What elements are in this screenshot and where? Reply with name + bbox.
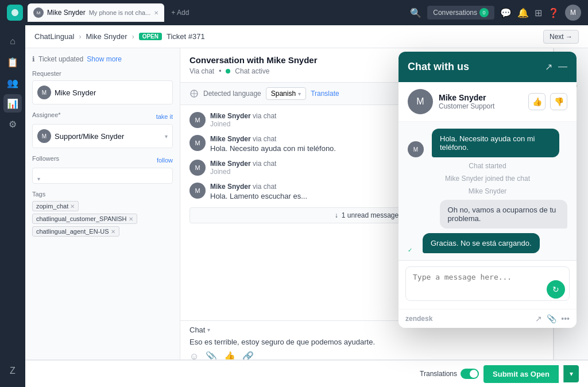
language-chevron-icon: ▾: [298, 91, 301, 97]
followers-label: Followers: [32, 155, 59, 162]
chat-messages-area: M Hola. Necesito ayuda con mi teléfono. …: [399, 122, 577, 260]
assignee-section[interactable]: M Support/Mike Snyder ▾: [32, 124, 173, 148]
next-button[interactable]: Next →: [543, 30, 579, 44]
tab-avatar: M: [33, 7, 44, 18]
assignee-value: Support/Mike Snyder: [55, 132, 124, 141]
left-panel: ℹ Ticket updated Show more Requester M M…: [25, 48, 180, 387]
thumbsup-button[interactable]: 👍: [528, 93, 546, 110]
sidebar-item-tickets[interactable]: 📋: [3, 53, 22, 71]
conversations-badge: 0: [479, 8, 489, 17]
followers-header-row: Followers follow: [32, 155, 173, 165]
chat-message-in-row: Oh no, vamos a ocuparnos de tu problema.: [408, 200, 567, 229]
breadcrumb: ChatLingual › Mike Snyder › OPEN Ticket …: [25, 25, 588, 48]
search-icon[interactable]: 🔍: [410, 7, 421, 18]
tag-zopim: zopim_chat ✕: [32, 201, 79, 211]
next-label: Next →: [550, 33, 572, 41]
chat-footer-icons: ↗ 📎 •••: [535, 314, 570, 323]
sidebar-item-reports[interactable]: 📊: [3, 94, 22, 113]
chat-status-3: Mike Snyder: [408, 187, 567, 195]
chat-feedback-buttons: 👍 👎: [528, 93, 567, 110]
left-sidebar: ⌂ 📋 👥 📊 ⚙ Z: [0, 25, 25, 387]
requester-label: Requester: [32, 70, 173, 77]
chat-footer: zendesk ↗ 📎 •••: [399, 309, 577, 328]
conversations-button[interactable]: Conversations 0: [427, 6, 494, 20]
ticket-status-badge: OPEN: [139, 33, 162, 40]
attach-footer-icon[interactable]: 📎: [547, 314, 556, 323]
language-value: Spanish: [271, 90, 296, 98]
ticket-updated-banner: ℹ Ticket updated Show more: [32, 55, 173, 63]
translate-icon: [189, 89, 199, 98]
chat-send-button[interactable]: ↻: [547, 280, 565, 299]
grid-icon[interactable]: ⊞: [535, 7, 542, 18]
add-tab-button[interactable]: + Add: [167, 6, 194, 19]
assignee-label: Assignee*: [32, 111, 61, 118]
close-icon[interactable]: ✕: [154, 10, 158, 16]
assignee-avatar: M: [37, 129, 51, 143]
chat-message-2: ✓ Gracias. No se está cargando.: [408, 233, 567, 253]
tag-customer-spanish-text: chatlingual_customer_SPANISH: [36, 215, 127, 222]
chat-bubble-in-1: Oh no, vamos a ocuparnos de tu problema.: [440, 200, 567, 229]
breadcrumb-user[interactable]: Mike Snyder: [86, 32, 127, 41]
help-icon[interactable]: ❓: [548, 7, 559, 18]
sidebar-item-users[interactable]: 👥: [3, 73, 22, 92]
zendesk-brand: zendesk: [405, 315, 432, 323]
sidebar-item-settings[interactable]: ⚙: [3, 115, 22, 133]
chat-bubble-out-2: Gracias. No se está cargando.: [423, 233, 540, 253]
check-icon: ✓: [408, 247, 412, 253]
chat-status: Chat active: [235, 67, 269, 75]
user-avatar[interactable]: M: [565, 5, 581, 21]
bell-icon[interactable]: 🔔: [517, 7, 529, 18]
chat-bubble-avatar-1: M: [408, 141, 424, 157]
breadcrumb-ticket[interactable]: Ticket #371: [167, 32, 205, 41]
chat-widget-header: Chat with us ↗ —: [399, 52, 577, 82]
chat-widget-controls: ↗ —: [545, 61, 567, 72]
tag-agent-enus-text: chatlingual_agent_EN-US: [36, 228, 109, 235]
requester-section: M Mike Snyder: [32, 80, 173, 105]
requester-row: M Mike Snyder: [37, 86, 168, 99]
sidebar-item-home[interactable]: ⌂: [3, 32, 22, 51]
follow-link[interactable]: follow: [157, 157, 173, 164]
thumbsdown-button[interactable]: 👎: [550, 93, 567, 110]
chat-active-dot: [226, 69, 230, 73]
requester-name: Mike Snyder: [55, 88, 96, 97]
submit-button[interactable]: Submit as Open: [483, 365, 559, 383]
translations-label: Translations: [420, 370, 457, 378]
tag-customer-spanish-remove[interactable]: ✕: [129, 216, 133, 222]
take-it-link[interactable]: take it: [156, 113, 173, 120]
chat-message-input[interactable]: [405, 266, 570, 301]
tags-label: Tags: [32, 191, 173, 198]
more-options-icon[interactable]: •••: [561, 314, 570, 323]
minimize-icon[interactable]: —: [558, 61, 567, 72]
tag-zopim-remove[interactable]: ✕: [70, 203, 75, 210]
compose-chevron-icon: ▾: [207, 327, 210, 333]
conversations-label: Conversations: [433, 9, 477, 17]
chat-compose-label: Chat: [189, 326, 205, 334]
expand-icon[interactable]: ↗: [545, 61, 552, 72]
assignee-select[interactable]: M Support/Mike Snyder ▾: [37, 129, 168, 143]
share-icon[interactable]: ↗: [535, 314, 542, 323]
app-logo: [7, 5, 23, 21]
submit-bar: Translations Submit as Open ▾: [25, 359, 588, 387]
chat-agent-name: Mike Snyder: [439, 93, 523, 102]
chat-agent-row: M Mike Snyder Customer Support 👍 👎: [399, 82, 577, 122]
submit-dropdown-arrow[interactable]: ▾: [563, 365, 579, 382]
breadcrumb-sep1: ›: [79, 33, 81, 41]
compose-text[interactable]: Eso es terrible, estoy seguro de que pod…: [189, 338, 544, 346]
chat-widget: Chat with us ↗ — M Mike Snyder Customer …: [399, 52, 577, 328]
tag-customer-spanish: chatlingual_customer_SPANISH ✕: [32, 214, 137, 224]
msg-via-2: via chat: [253, 135, 276, 143]
unread-text: 1 unread message: [342, 211, 399, 219]
translate-button[interactable]: Translate: [311, 90, 339, 98]
chat-agent-role: Customer Support: [439, 102, 523, 110]
sidebar-item-bottom[interactable]: Z: [3, 362, 22, 380]
translations-toggle-switch[interactable]: [461, 369, 479, 379]
tag-agent-enus-remove[interactable]: ✕: [111, 229, 115, 235]
breadcrumb-chatlingual[interactable]: ChatLingual: [34, 32, 74, 41]
chat-icon[interactable]: 💬: [500, 7, 512, 18]
show-more-link[interactable]: Show more: [87, 55, 122, 63]
assignee-header-row: Assignee* take it: [32, 111, 173, 122]
msg-via-3: via chat: [253, 160, 276, 168]
translations-toggle: Translations: [420, 369, 479, 379]
language-select[interactable]: Spanish ▾: [266, 87, 306, 100]
active-tab[interactable]: M Mike Snyder My phone is not cha... ✕: [28, 3, 164, 22]
